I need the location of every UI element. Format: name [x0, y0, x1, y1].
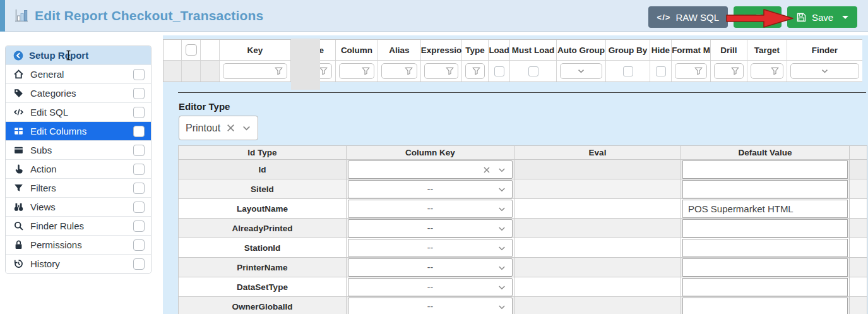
filter-checkbox-group-by[interactable] [623, 66, 633, 76]
sidebar-item-permissions[interactable]: Permissions [6, 235, 151, 254]
filter-input-target[interactable] [751, 63, 783, 79]
column-key-dropdown[interactable]: -- [348, 239, 513, 257]
chevron-down-icon[interactable] [497, 224, 507, 234]
id-table-header-id-type: Id Type [179, 146, 347, 160]
column-header-label: Auto Group [557, 45, 605, 55]
sidebar-item-edit-columns[interactable]: Edit Columns [6, 121, 151, 140]
sidebar-item-label: Views [30, 202, 133, 212]
sidebar-item-checkbox[interactable] [133, 126, 145, 137]
column-header-label: Format M [672, 45, 710, 55]
bar-chart-icon [14, 8, 29, 23]
filter-select-auto-group[interactable] [560, 63, 602, 79]
eval-cell[interactable] [514, 297, 681, 314]
sidebar-header[interactable]: Setup Report [6, 46, 151, 64]
clear-x-icon[interactable] [225, 123, 236, 133]
default-value-input[interactable] [682, 219, 848, 238]
chevron-down-icon[interactable] [497, 282, 507, 293]
filter-select-finder[interactable] [790, 63, 859, 79]
eval-cell[interactable] [514, 179, 681, 199]
sidebar-item-checkbox[interactable] [133, 107, 145, 118]
chevron-down-icon[interactable] [497, 243, 507, 253]
header-label: Column Key [405, 148, 455, 157]
column-key-dropdown[interactable]: -- [348, 219, 513, 238]
default-value-input[interactable] [682, 298, 848, 314]
select-all-checkbox[interactable] [186, 44, 197, 56]
eval-cell[interactable] [514, 258, 681, 277]
sidebar-item-categories[interactable]: Categories [6, 83, 151, 102]
column-key-dropdown[interactable]: -- [348, 180, 513, 198]
sidebar-item-checkbox[interactable] [133, 239, 145, 251]
eval-cell[interactable] [514, 277, 681, 297]
save-dropdown-caret-icon[interactable] [842, 16, 848, 19]
eval-cell[interactable] [514, 238, 681, 258]
sidebar-item-checkbox[interactable] [133, 69, 145, 80]
run-button[interactable]: Run [734, 6, 782, 28]
sidebar-item-checkbox[interactable] [133, 183, 145, 194]
default-value-input[interactable] [682, 160, 848, 179]
column-key-dropdown[interactable] [348, 160, 513, 179]
row-spacer-cell [850, 219, 867, 238]
sidebar-item-checkbox[interactable] [133, 220, 145, 232]
editor-type-select[interactable]: Printout [179, 116, 258, 140]
sidebar-item-checkbox[interactable] [133, 88, 145, 99]
filter-input-key[interactable] [223, 63, 287, 79]
chevron-down-icon[interactable] [241, 123, 252, 133]
id-table-header-column-key: Column Key [347, 146, 514, 160]
sidebar-item-history[interactable]: History [6, 254, 151, 273]
chevron-down-icon[interactable] [497, 165, 507, 175]
filter-input-column[interactable] [339, 63, 374, 79]
clear-x-icon[interactable] [482, 165, 492, 175]
sidebar-item-edit-sql[interactable]: Edit SQL [6, 102, 151, 121]
column-key-dropdown[interactable]: -- [348, 298, 513, 314]
filter-input-alias[interactable] [381, 63, 417, 79]
eval-cell[interactable] [514, 199, 681, 219]
eval-cell[interactable] [514, 160, 681, 179]
save-button[interactable]: Save [787, 6, 857, 28]
chevron-down-icon[interactable] [497, 204, 507, 214]
filter-checkbox-must-load[interactable] [528, 66, 538, 76]
sidebar-item-checkbox[interactable] [133, 258, 145, 270]
filter-checkbox-load[interactable] [494, 66, 504, 76]
filter-input-format-m[interactable] [675, 63, 707, 79]
filter-input-drill[interactable] [714, 63, 744, 79]
funnel-icon [361, 66, 371, 76]
filter-cell-type [462, 61, 489, 82]
sidebar-item-subs[interactable]: Subs [6, 140, 151, 159]
header-accent-bar [0, 0, 5, 32]
default-value-cell [681, 160, 850, 179]
column-key-dropdown[interactable]: -- [348, 200, 513, 218]
filter-input-type[interactable] [465, 63, 485, 79]
default-value-input[interactable] [682, 258, 848, 277]
default-value-input[interactable] [682, 239, 848, 257]
sidebar-item-checkbox[interactable] [133, 145, 145, 156]
sidebar-item-checkbox[interactable] [133, 202, 145, 213]
column-key-dropdown[interactable]: -- [348, 258, 513, 277]
id-table-header-eval: Eval [514, 146, 681, 160]
filter-checkbox-hide[interactable] [656, 66, 666, 76]
eval-cell[interactable] [514, 219, 681, 238]
id-type-table: Id TypeColumn KeyEvalDefault ValueIdSite… [178, 145, 867, 314]
sidebar-item-label: Subs [30, 145, 133, 155]
home-icon [13, 69, 24, 80]
subs-icon [13, 145, 24, 155]
default-value-input[interactable] [682, 180, 848, 198]
sidebar-item-checkbox[interactable] [133, 164, 145, 175]
sidebar-item-label: Edit Columns [30, 126, 133, 136]
chevron-down-icon[interactable] [497, 302, 507, 312]
back-circle-icon[interactable] [13, 51, 23, 61]
default-value-input[interactable]: POS Supermarket HTML [682, 200, 848, 218]
id-type-label: LayoutName [237, 204, 288, 214]
sidebar-item-finder-rules[interactable]: Finder Rules [6, 216, 151, 235]
sidebar-item-general[interactable]: General [6, 64, 151, 83]
filter-input-expressio[interactable] [424, 63, 458, 79]
column-key-dropdown[interactable]: -- [348, 278, 513, 296]
filter-cell-column [336, 61, 378, 82]
sidebar-item-views[interactable]: Views [6, 197, 151, 216]
sidebar-item-action[interactable]: Action [6, 159, 151, 178]
chevron-down-icon[interactable] [497, 263, 507, 273]
raw-sql-button[interactable]: </> RAW SQL [648, 6, 728, 28]
sidebar-item-label: Action [30, 164, 133, 174]
sidebar-item-filters[interactable]: Filters [6, 178, 151, 197]
chevron-down-icon[interactable] [497, 184, 507, 195]
default-value-input[interactable] [682, 278, 848, 296]
